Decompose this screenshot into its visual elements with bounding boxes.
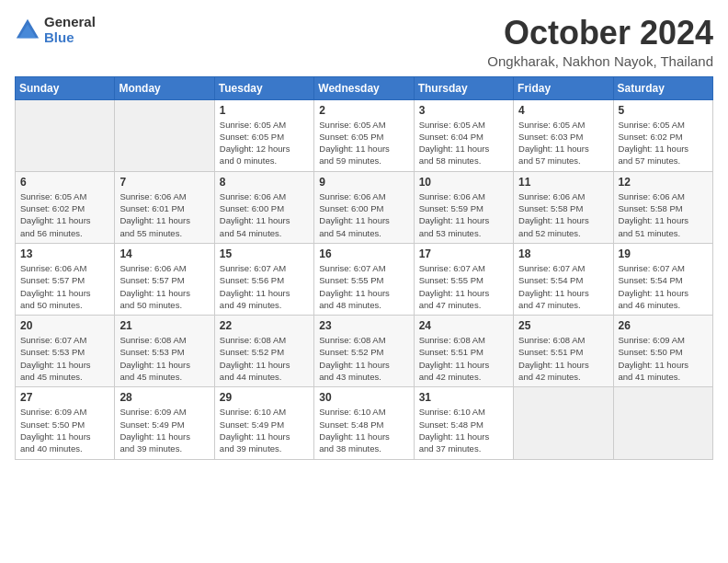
day-number: 18	[518, 247, 608, 260]
calendar-cell: 26Sunrise: 6:09 AM Sunset: 5:50 PM Dayli…	[613, 316, 712, 387]
day-number: 13	[20, 247, 109, 260]
day-info: Sunrise: 6:05 AM Sunset: 6:04 PM Dayligh…	[419, 119, 508, 167]
calendar-cell: 29Sunrise: 6:10 AM Sunset: 5:49 PM Dayli…	[214, 387, 313, 459]
day-number: 14	[119, 247, 209, 260]
calendar-week-row: 1Sunrise: 6:05 AM Sunset: 6:05 PM Daylig…	[16, 99, 713, 171]
day-info: Sunrise: 6:08 AM Sunset: 5:51 PM Dayligh…	[518, 334, 608, 383]
day-number: 21	[119, 319, 209, 332]
day-info: Sunrise: 6:07 AM Sunset: 5:54 PM Dayligh…	[619, 262, 708, 311]
calendar-cell: 14Sunrise: 6:06 AM Sunset: 5:57 PM Dayli…	[115, 243, 214, 315]
day-number: 25	[518, 319, 608, 332]
calendar-week-row: 13Sunrise: 6:06 AM Sunset: 5:57 PM Dayli…	[16, 243, 713, 315]
calendar-cell: 21Sunrise: 6:08 AM Sunset: 5:53 PM Dayli…	[115, 316, 214, 387]
calendar-cell	[16, 99, 115, 171]
day-number: 17	[419, 247, 508, 260]
calendar-cell	[115, 99, 214, 171]
calendar-cell: 19Sunrise: 6:07 AM Sunset: 5:54 PM Dayli…	[613, 243, 712, 315]
calendar-cell: 28Sunrise: 6:09 AM Sunset: 5:49 PM Dayli…	[115, 387, 214, 459]
day-header-saturday: Saturday	[613, 76, 712, 99]
logo-blue: Blue	[44, 30, 96, 46]
day-number: 15	[220, 247, 309, 260]
day-number: 29	[220, 391, 309, 404]
calendar-cell: 10Sunrise: 6:06 AM Sunset: 5:59 PM Dayli…	[414, 171, 513, 243]
page-header: General Blue October 2024 Ongkharak, Nak…	[15, 15, 713, 69]
calendar-cell: 18Sunrise: 6:07 AM Sunset: 5:54 PM Dayli…	[514, 243, 613, 315]
calendar-table: SundayMondayTuesdayWednesdayThursdayFrid…	[15, 76, 713, 460]
calendar-cell: 31Sunrise: 6:10 AM Sunset: 5:48 PM Dayli…	[414, 387, 513, 459]
day-info: Sunrise: 6:07 AM Sunset: 5:53 PM Dayligh…	[20, 334, 109, 383]
location-subtitle: Ongkharak, Nakhon Nayok, Thailand	[487, 53, 713, 69]
calendar-cell: 3Sunrise: 6:05 AM Sunset: 6:04 PM Daylig…	[414, 99, 513, 171]
day-info: Sunrise: 6:07 AM Sunset: 5:54 PM Dayligh…	[518, 262, 608, 311]
calendar-week-row: 20Sunrise: 6:07 AM Sunset: 5:53 PM Dayli…	[16, 316, 713, 387]
calendar-cell: 22Sunrise: 6:08 AM Sunset: 5:52 PM Dayli…	[214, 316, 313, 387]
day-number: 27	[20, 391, 109, 404]
logo-general: General	[44, 15, 96, 30]
day-info: Sunrise: 6:05 AM Sunset: 6:03 PM Dayligh…	[518, 119, 608, 167]
day-number: 26	[619, 319, 708, 332]
day-info: Sunrise: 6:06 AM Sunset: 6:00 PM Dayligh…	[319, 190, 408, 239]
day-info: Sunrise: 6:06 AM Sunset: 5:58 PM Dayligh…	[518, 190, 608, 239]
day-number: 22	[220, 319, 309, 332]
day-info: Sunrise: 6:05 AM Sunset: 6:02 PM Dayligh…	[20, 190, 109, 239]
day-info: Sunrise: 6:08 AM Sunset: 5:52 PM Dayligh…	[319, 334, 408, 383]
calendar-cell: 9Sunrise: 6:06 AM Sunset: 6:00 PM Daylig…	[314, 171, 414, 243]
day-number: 24	[419, 319, 508, 332]
calendar-week-row: 27Sunrise: 6:09 AM Sunset: 5:50 PM Dayli…	[16, 387, 713, 459]
calendar-cell: 2Sunrise: 6:05 AM Sunset: 6:05 PM Daylig…	[314, 99, 414, 171]
calendar-cell: 24Sunrise: 6:08 AM Sunset: 5:51 PM Dayli…	[414, 316, 513, 387]
title-block: October 2024 Ongkharak, Nakhon Nayok, Th…	[487, 15, 713, 69]
logo-icon	[15, 17, 40, 43]
month-year-title: October 2024	[487, 15, 713, 52]
day-info: Sunrise: 6:08 AM Sunset: 5:52 PM Dayligh…	[220, 334, 309, 383]
day-info: Sunrise: 6:09 AM Sunset: 5:50 PM Dayligh…	[619, 334, 708, 383]
calendar-cell: 7Sunrise: 6:06 AM Sunset: 6:01 PM Daylig…	[115, 171, 214, 243]
day-number: 11	[518, 176, 608, 189]
day-header-tuesday: Tuesday	[214, 76, 313, 99]
day-info: Sunrise: 6:08 AM Sunset: 5:51 PM Dayligh…	[419, 334, 508, 383]
calendar-cell	[514, 387, 613, 459]
day-number: 1	[220, 104, 309, 117]
calendar-cell	[613, 387, 712, 459]
day-number: 30	[319, 391, 408, 404]
day-number: 12	[619, 176, 708, 189]
day-info: Sunrise: 6:06 AM Sunset: 6:00 PM Dayligh…	[220, 190, 309, 239]
day-number: 28	[119, 391, 209, 404]
logo: General Blue	[15, 15, 96, 45]
calendar-cell: 13Sunrise: 6:06 AM Sunset: 5:57 PM Dayli…	[16, 243, 115, 315]
day-info: Sunrise: 6:06 AM Sunset: 6:01 PM Dayligh…	[119, 190, 209, 239]
day-info: Sunrise: 6:08 AM Sunset: 5:53 PM Dayligh…	[119, 334, 209, 383]
calendar-cell: 8Sunrise: 6:06 AM Sunset: 6:00 PM Daylig…	[214, 171, 313, 243]
calendar-cell: 16Sunrise: 6:07 AM Sunset: 5:55 PM Dayli…	[314, 243, 414, 315]
day-info: Sunrise: 6:05 AM Sunset: 6:05 PM Dayligh…	[319, 119, 408, 167]
calendar-cell: 5Sunrise: 6:05 AM Sunset: 6:02 PM Daylig…	[613, 99, 712, 171]
calendar-cell: 17Sunrise: 6:07 AM Sunset: 5:55 PM Dayli…	[414, 243, 513, 315]
day-info: Sunrise: 6:07 AM Sunset: 5:55 PM Dayligh…	[319, 262, 408, 311]
day-header-sunday: Sunday	[16, 76, 115, 99]
calendar-cell: 20Sunrise: 6:07 AM Sunset: 5:53 PM Dayli…	[16, 316, 115, 387]
day-number: 20	[20, 319, 109, 332]
day-number: 19	[619, 247, 708, 260]
day-info: Sunrise: 6:06 AM Sunset: 5:59 PM Dayligh…	[419, 190, 508, 239]
day-header-monday: Monday	[115, 76, 214, 99]
calendar-header-row: SundayMondayTuesdayWednesdayThursdayFrid…	[16, 76, 713, 99]
day-header-friday: Friday	[514, 76, 613, 99]
day-info: Sunrise: 6:06 AM Sunset: 5:57 PM Dayligh…	[119, 262, 209, 311]
day-info: Sunrise: 6:05 AM Sunset: 6:02 PM Dayligh…	[619, 119, 708, 167]
calendar-cell: 12Sunrise: 6:06 AM Sunset: 5:58 PM Dayli…	[613, 171, 712, 243]
day-info: Sunrise: 6:06 AM Sunset: 5:57 PM Dayligh…	[20, 262, 109, 311]
calendar-cell: 6Sunrise: 6:05 AM Sunset: 6:02 PM Daylig…	[16, 171, 115, 243]
calendar-cell: 25Sunrise: 6:08 AM Sunset: 5:51 PM Dayli…	[514, 316, 613, 387]
day-number: 5	[619, 104, 708, 117]
day-number: 2	[319, 104, 408, 117]
day-info: Sunrise: 6:10 AM Sunset: 5:48 PM Dayligh…	[319, 406, 408, 454]
day-header-thursday: Thursday	[414, 76, 513, 99]
calendar-week-row: 6Sunrise: 6:05 AM Sunset: 6:02 PM Daylig…	[16, 171, 713, 243]
day-number: 3	[419, 104, 508, 117]
day-info: Sunrise: 6:07 AM Sunset: 5:56 PM Dayligh…	[220, 262, 309, 311]
day-info: Sunrise: 6:10 AM Sunset: 5:48 PM Dayligh…	[419, 406, 508, 454]
day-info: Sunrise: 6:09 AM Sunset: 5:50 PM Dayligh…	[20, 406, 109, 454]
day-number: 6	[20, 176, 109, 189]
calendar-cell: 15Sunrise: 6:07 AM Sunset: 5:56 PM Dayli…	[214, 243, 313, 315]
calendar-cell: 27Sunrise: 6:09 AM Sunset: 5:50 PM Dayli…	[16, 387, 115, 459]
